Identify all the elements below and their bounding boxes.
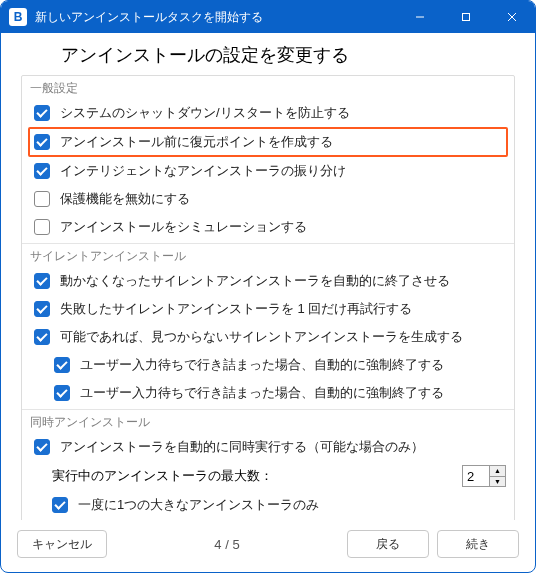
settings-panel: 一般設定 システムのシャットダウン/リスタートを防止する アンインストール前に復…: [21, 75, 515, 520]
opt-force-terminate-1[interactable]: ユーザー入力待ちで行き詰まった場合、自動的に強制終了する: [22, 351, 514, 379]
opt-prevent-shutdown[interactable]: システムのシャットダウン/リスタートを防止する: [22, 99, 514, 127]
svg-rect-0: [463, 14, 470, 21]
titlebar: B 新しいアンインストールタスクを開始する: [1, 1, 535, 33]
option-label: アンインストール前に復元ポイントを作成する: [60, 133, 333, 151]
maximize-button[interactable]: [443, 1, 489, 33]
max-concurrent-spinner[interactable]: ▲ ▼: [462, 465, 506, 487]
page-heading: アンインストールの設定を変更する: [61, 43, 515, 67]
app-icon: B: [9, 8, 27, 26]
opt-force-terminate-2[interactable]: ユーザー入力待ちで行き詰まった場合、自動的に強制終了する: [22, 379, 514, 407]
checkbox[interactable]: [34, 163, 50, 179]
opt-retry-failed[interactable]: 失敗したサイレントアンインストーラを 1 回だけ再試行する: [22, 295, 514, 323]
option-label: 動かなくなったサイレントアンインストーラを自動的に終了させる: [60, 272, 450, 290]
maximize-icon: [461, 12, 471, 22]
opt-simulate-uninstall[interactable]: アンインストールをシミュレーションする: [22, 213, 514, 241]
option-label: アンインストーラを自動的に同時実行する（可能な場合のみ）: [60, 438, 424, 456]
app-window: B 新しいアンインストールタスクを開始する アンインストールの設定を変更する 一…: [0, 0, 536, 573]
window-title: 新しいアンインストールタスクを開始する: [35, 9, 397, 26]
option-label: 可能であれば、見つからないサイレントアンインストーラを生成する: [60, 328, 463, 346]
option-label: アンインストールをシミュレーションする: [60, 218, 307, 236]
option-label: インテリジェントなアンインストーラの振り分け: [60, 162, 346, 180]
opt-intelligent-sort[interactable]: インテリジェントなアンインストーラの振り分け: [22, 157, 514, 185]
group-general-label: 一般設定: [22, 76, 514, 99]
option-label: 失敗したサイレントアンインストーラを 1 回だけ再試行する: [60, 300, 412, 318]
spinner-down[interactable]: ▼: [490, 477, 505, 487]
opt-create-restore-point[interactable]: アンインストール前に復元ポイントを作成する: [30, 129, 506, 155]
highlighted-option: アンインストール前に復元ポイントを作成する: [28, 127, 508, 157]
window-controls: [397, 1, 535, 33]
group-concurrent-label: 同時アンインストール: [22, 410, 514, 433]
checkbox[interactable]: [34, 439, 50, 455]
footer: キャンセル 4 / 5 戻る 続き: [1, 520, 535, 572]
group-silent-label: サイレントアンインストール: [22, 244, 514, 267]
close-icon: [507, 12, 517, 22]
minimize-button[interactable]: [397, 1, 443, 33]
checkbox[interactable]: [34, 105, 50, 121]
opt-terminate-stuck[interactable]: 動かなくなったサイレントアンインストーラを自動的に終了させる: [22, 267, 514, 295]
checkbox[interactable]: [52, 497, 68, 513]
opt-one-large[interactable]: 一度に1つの大きなアンインストーラのみ: [22, 491, 514, 520]
max-concurrent-label: 実行中のアンインストーラの最大数：: [52, 467, 462, 485]
option-label: ユーザー入力待ちで行き詰まった場合、自動的に強制終了する: [80, 384, 444, 402]
max-concurrent-input[interactable]: [463, 466, 489, 486]
option-label: ユーザー入力待ちで行き詰まった場合、自動的に強制終了する: [80, 356, 444, 374]
back-button[interactable]: 戻る: [347, 530, 429, 558]
checkbox[interactable]: [34, 191, 50, 207]
checkbox[interactable]: [34, 273, 50, 289]
checkbox[interactable]: [54, 385, 70, 401]
cancel-button[interactable]: キャンセル: [17, 530, 107, 558]
option-label: 保護機能を無効にする: [60, 190, 190, 208]
checkbox[interactable]: [34, 301, 50, 317]
option-label: システムのシャットダウン/リスタートを防止する: [60, 104, 350, 122]
checkbox[interactable]: [54, 357, 70, 373]
opt-auto-concurrent[interactable]: アンインストーラを自動的に同時実行する（可能な場合のみ）: [22, 433, 514, 461]
spinner-buttons: ▲ ▼: [489, 466, 505, 486]
close-button[interactable]: [489, 1, 535, 33]
minimize-icon: [415, 12, 425, 22]
max-concurrent-row: 実行中のアンインストーラの最大数： ▲ ▼: [22, 461, 514, 491]
checkbox[interactable]: [34, 134, 50, 150]
checkbox[interactable]: [34, 329, 50, 345]
opt-disable-protection[interactable]: 保護機能を無効にする: [22, 185, 514, 213]
next-button[interactable]: 続き: [437, 530, 519, 558]
opt-generate-missing[interactable]: 可能であれば、見つからないサイレントアンインストーラを生成する: [22, 323, 514, 351]
option-label: 一度に1つの大きなアンインストーラのみ: [78, 496, 319, 514]
spinner-up[interactable]: ▲: [490, 466, 505, 477]
step-indicator: 4 / 5: [115, 537, 339, 552]
checkbox[interactable]: [34, 219, 50, 235]
content-area: アンインストールの設定を変更する 一般設定 システムのシャットダウン/リスタート…: [1, 33, 535, 520]
